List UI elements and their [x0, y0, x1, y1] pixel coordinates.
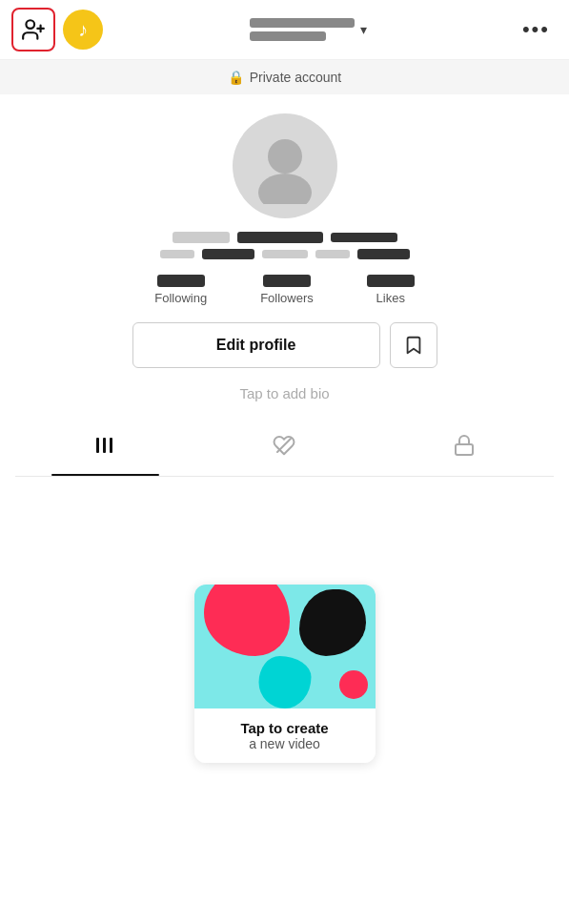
edit-profile-button[interactable]: Edit profile: [132, 322, 380, 368]
following-count-bar: [157, 275, 205, 287]
app-header: ♪ ▾ •••: [0, 0, 569, 60]
private-account-label: Private account: [250, 70, 342, 85]
handle-bar-1: [160, 250, 194, 258]
username-dropdown[interactable]: ▾: [250, 18, 367, 41]
create-video-title: Tap to create: [204, 720, 366, 736]
header-left: ♪: [11, 8, 103, 51]
stats-row: Following Followers Likes: [15, 275, 554, 305]
tabs-row: [15, 421, 554, 477]
handle-bar-5: [357, 249, 410, 259]
display-name-row: [173, 232, 397, 243]
stat-followers[interactable]: Followers: [234, 275, 340, 305]
tiktok-logo-button[interactable]: ♪: [63, 10, 103, 50]
content-area: Tap to create a new video: [0, 477, 569, 763]
liked-tab-icon: [273, 434, 295, 462]
videos-tab-icon: [93, 434, 116, 462]
stat-likes[interactable]: Likes: [340, 275, 441, 305]
handle-bar-2: [202, 249, 254, 259]
username-area: [160, 232, 410, 259]
name-bar-3: [331, 233, 397, 242]
name-bar-1: [173, 232, 230, 243]
private-account-banner: 🔒 Private account: [0, 60, 569, 94]
svg-point-3: [268, 139, 302, 174]
avatar-placeholder-icon: [247, 128, 323, 204]
svg-rect-7: [110, 438, 112, 453]
followers-label: Followers: [260, 291, 314, 305]
username-blurred-bar2: [250, 31, 326, 41]
more-options-button[interactable]: •••: [515, 13, 558, 46]
svg-rect-9: [456, 444, 473, 455]
avatar: [233, 113, 337, 218]
handle-bar-4: [315, 250, 350, 258]
blob-pink: [204, 585, 290, 656]
followers-count-bar: [263, 275, 311, 287]
svg-rect-6: [103, 438, 106, 453]
create-video-subtitle: a new video: [204, 736, 366, 751]
tab-private[interactable]: [375, 421, 554, 476]
svg-point-0: [26, 20, 34, 29]
svg-rect-5: [96, 438, 99, 453]
tab-videos[interactable]: [15, 421, 194, 476]
likes-label: Likes: [376, 291, 405, 305]
username-blurred-bar: [250, 18, 355, 28]
handle-bar-3: [262, 250, 308, 258]
tiktok-logo-icon: ♪: [78, 19, 88, 41]
blob-teal: [258, 656, 311, 708]
username-bar: [250, 18, 355, 41]
name-bar-2: [237, 232, 323, 243]
profile-section: Following Followers Likes Edit profile T…: [0, 94, 569, 477]
create-video-card[interactable]: Tap to create a new video: [194, 585, 376, 763]
add-user-button[interactable]: [11, 8, 55, 51]
action-row: Edit profile: [15, 322, 554, 368]
chevron-down-icon: ▾: [360, 22, 367, 37]
blob-black: [299, 589, 366, 656]
bookmark-button[interactable]: [390, 322, 437, 368]
stat-following[interactable]: Following: [128, 275, 234, 305]
create-video-background: [194, 585, 376, 708]
likes-count-bar: [367, 275, 415, 287]
svg-point-4: [258, 174, 312, 204]
lock-icon: 🔒: [228, 70, 244, 85]
blob-red: [339, 670, 368, 699]
following-label: Following: [154, 291, 207, 305]
private-tab-icon: [453, 434, 476, 462]
create-video-text-area: Tap to create a new video: [194, 708, 376, 763]
bookmark-icon: [403, 335, 424, 356]
bio-placeholder[interactable]: Tap to add bio: [239, 385, 329, 401]
handle-row: [160, 249, 410, 259]
tab-liked[interactable]: [194, 421, 374, 476]
